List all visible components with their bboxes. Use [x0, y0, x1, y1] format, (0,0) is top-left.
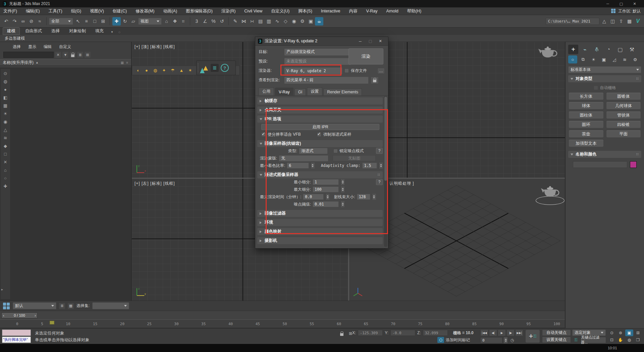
helpers-category-icon[interactable]: ◿: [610, 55, 619, 63]
explorer-layers-icon[interactable]: ⊞: [85, 52, 91, 58]
dialog-tab[interactable]: V-Ray: [275, 88, 293, 95]
object-type-button[interactable]: 几何球体: [606, 102, 641, 109]
viewport-lock-button[interactable]: [371, 77, 379, 84]
current-frame-field[interactable]: 0: [480, 337, 502, 343]
object-type-button[interactable]: 长方体: [569, 93, 603, 100]
menu-item[interactable]: Civil View: [244, 9, 262, 13]
ribbon-tab[interactable]: 选择: [47, 28, 64, 35]
explorer-filter-icon[interactable]: ◧: [3, 95, 7, 100]
render-setup-icon[interactable]: ⚙: [298, 17, 307, 26]
material-editor-icon[interactable]: ◉: [290, 17, 298, 26]
explorer-filter-icon[interactable]: ○: [4, 176, 7, 181]
toggle-ribbon-icon[interactable]: ▥: [265, 17, 273, 26]
spinner[interactable]: [325, 194, 329, 200]
object-name-field[interactable]: [573, 161, 627, 168]
explorer-filter-icon[interactable]: ▦: [3, 103, 7, 108]
object-color-swatch[interactable]: [630, 161, 637, 168]
zoom-extents-all-icon[interactable]: ⊞: [634, 329, 642, 336]
zoom-all-icon[interactable]: ⊛: [616, 329, 625, 336]
window-crossing-icon[interactable]: ⊞: [99, 17, 107, 26]
explorer-hierarchy-icon[interactable]: ≣: [77, 52, 83, 58]
undo-icon[interactable]: ↶: [2, 17, 10, 26]
spinner[interactable]: [340, 201, 344, 207]
maxscript-result[interactable]: "执行脚本完毕": [2, 337, 31, 343]
explorer-filter-icon[interactable]: ◍: [3, 79, 7, 84]
object-type-button[interactable]: 平面: [606, 130, 641, 137]
menu-item[interactable]: 组(G): [71, 8, 82, 14]
selection-lock-icon[interactable]: [338, 330, 345, 337]
keyboard-shortcut-override-icon[interactable]: ⌗: [179, 17, 187, 26]
time-configuration-icon[interactable]: ◷: [508, 337, 516, 344]
start-ipr-button[interactable]: 启用 IPR: [261, 124, 379, 130]
pan-icon[interactable]: ✋: [616, 337, 625, 343]
explorer-filter-icon[interactable]: △: [4, 127, 7, 132]
menu-item[interactable]: 帮助(H): [407, 8, 421, 14]
space-warps-category-icon[interactable]: ≋: [620, 55, 629, 63]
teapot-object[interactable]: [537, 44, 558, 59]
dialog-minimize-button[interactable]: ─: [355, 38, 365, 45]
shapes-category-icon[interactable]: ⧉: [579, 55, 588, 63]
explorer-filter-icon[interactable]: ◉: [3, 119, 7, 124]
frame-buffer-rollout[interactable]: 帧缓存: [257, 97, 383, 104]
filter-funnel-icon[interactable]: ▼: [62, 52, 68, 58]
maximize-viewport-icon[interactable]: ❒: [634, 337, 642, 343]
frame-spinner[interactable]: [503, 337, 507, 343]
minimize-button[interactable]: ─: [601, 0, 614, 7]
render-button[interactable]: 渲染: [348, 48, 383, 64]
percent-snap-icon[interactable]: %: [209, 17, 218, 26]
min-subdivs-field[interactable]: 1: [313, 179, 339, 185]
angle-snap-icon[interactable]: ∠: [201, 17, 209, 26]
curve-editor-icon[interactable]: ∿: [273, 17, 281, 26]
vray-light-icon[interactable]: ◖: [133, 67, 142, 75]
explorer-sort-header[interactable]: 名称(按升序排序): [3, 60, 34, 65]
ribbon-tab[interactable]: 自由形式: [21, 28, 46, 35]
selection-set-combo[interactable]: [92, 302, 129, 309]
menu-item[interactable]: Arnold: [386, 9, 398, 13]
isolate-selection-icon[interactable]: ≣: [59, 303, 65, 309]
viewport-label-top[interactable]: [+] [顶] [标准] [线框]: [135, 44, 175, 50]
global-switches-rollout[interactable]: 全局开关: [257, 106, 383, 114]
vray-light-icon[interactable]: ✦: [160, 67, 168, 75]
selection-region-icon[interactable]: □: [91, 17, 99, 26]
max-subdivs-field[interactable]: 100: [313, 186, 339, 192]
menu-item[interactable]: 创建(C): [113, 8, 127, 14]
project-folder-field[interactable]: C:\Users\… Max 2021: [546, 18, 599, 25]
spinner[interactable]: [379, 163, 383, 169]
image-filter-rollout[interactable]: 图像过滤器: [257, 210, 383, 217]
render-mask-combo[interactable]: 无: [279, 155, 328, 162]
object-type-rollout[interactable]: 对象类型∷: [568, 75, 641, 82]
save-file-browse-button[interactable]: …: [377, 68, 385, 74]
preset-combo[interactable]: 未选定预设: [284, 58, 351, 65]
object-type-button[interactable]: 球体: [569, 102, 603, 109]
orbit-icon[interactable]: ◍: [625, 337, 633, 343]
explorer-filter-icon[interactable]: □: [4, 151, 7, 157]
spinner-snap-icon[interactable]: ↺: [218, 17, 226, 26]
vray-menu-icon[interactable]: V: [634, 17, 642, 26]
explorer-filter-icon[interactable]: ⊙: [4, 71, 7, 76]
viewport-label-perspective[interactable]: 认明暗处理 ]: [389, 181, 414, 186]
environment-rollout[interactable]: 环境: [257, 219, 383, 226]
force-progressive-checkbox[interactable]: [317, 132, 321, 137]
auto-key-button[interactable]: 自动关键点: [542, 329, 571, 336]
sampler-type-combo[interactable]: 渐进式: [299, 148, 328, 154]
explorer-preset-combo[interactable]: 默认: [13, 302, 56, 309]
cameras-category-icon[interactable]: ▣: [599, 55, 608, 63]
add-time-tag[interactable]: 添加时间标记: [446, 337, 470, 343]
progressive-sampler-rollout[interactable]: 渐进式图像采样器∷: [257, 171, 383, 178]
max-render-time-field[interactable]: 0.0: [303, 194, 324, 200]
object-type-button[interactable]: 茶壶: [569, 130, 603, 137]
geometry-category-icon[interactable]: ○: [568, 55, 577, 63]
menu-item[interactable]: 图形编辑器(D): [186, 8, 213, 14]
explorer-filter-icon[interactable]: ☀: [3, 111, 7, 116]
render-production-icon[interactable]: ☕: [315, 17, 323, 26]
viewport-layout-icon[interactable]: [3, 302, 10, 310]
set-key-button[interactable]: 设置关键点: [542, 337, 571, 343]
display-tab[interactable]: ▢: [615, 45, 625, 54]
explorer-object-list[interactable]: ⊙◍●◧▦☀◉△≋◆□✕⌂○✚ ▸: [0, 68, 131, 301]
track-bar[interactable]: 0510152025303540455055606570758085909510…: [0, 319, 565, 328]
explorer-menu-item[interactable]: 自定义: [59, 44, 71, 50]
fit-resolution-checkbox[interactable]: [261, 132, 266, 137]
spinner[interactable]: [311, 163, 315, 169]
dialog-tab[interactable]: 设置: [307, 87, 322, 95]
asset-library-icon[interactable]: ▩: [625, 17, 634, 26]
